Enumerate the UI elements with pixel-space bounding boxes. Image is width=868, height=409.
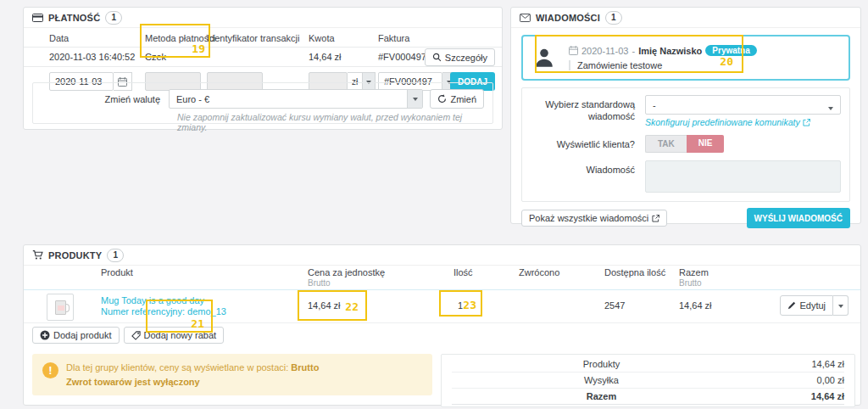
message-author: Imię Nazwisko xyxy=(638,46,702,56)
message-date: 2020-11-03 xyxy=(581,46,628,56)
totals-total-label: Razem xyxy=(452,391,751,401)
product-reference: Numer referencyjny: demo_13 xyxy=(101,306,226,317)
order-totals: Produkty 14,64 zł Wysyłka 0,00 zł Razem … xyxy=(441,354,855,407)
add-discount-label: Dodaj nowy rabat xyxy=(144,330,217,340)
product-thumbnail xyxy=(47,294,74,321)
refresh-icon xyxy=(437,94,447,104)
send-message-button[interactable]: WYŚLIJ WIADOMOŚĆ xyxy=(747,208,850,228)
change-currency-button[interactable]: Zmień xyxy=(430,89,484,109)
product-qty: 1 xyxy=(439,300,481,311)
payment-details-label: Szczegóły xyxy=(445,53,487,63)
payment-row-method: Czek xyxy=(145,52,166,62)
toggle-yes-button[interactable]: TAK xyxy=(645,135,687,153)
add-product-label: Dodaj produkt xyxy=(53,330,112,340)
totals-row-products: Produkty 14,64 zł xyxy=(452,356,844,373)
products-col-available: Dostępna ilość xyxy=(604,267,665,277)
totals-row-shipping: Wysyłka 0,00 zł xyxy=(452,373,844,389)
standard-message-select[interactable]: - xyxy=(645,95,841,115)
payment-table-row: 2020-11-03 16:40:52 Czek 14,64 zł #FV000… xyxy=(24,47,502,67)
change-currency-box: Zmień walutę Euro - € Zmień Nie zapomnij… xyxy=(32,82,493,124)
payment-col-method: Metoda płatności xyxy=(145,33,215,43)
order-page: PŁATNOŚĆ 1 Data Metoda płatności Identyf… xyxy=(0,0,868,409)
totals-products-label: Produkty xyxy=(452,359,751,369)
products-count-badge: 1 xyxy=(107,249,124,262)
payment-col-date: Data xyxy=(49,33,69,43)
products-panel-header: PRODUKTY 1 xyxy=(24,245,860,266)
payment-count-badge: 1 xyxy=(105,11,122,25)
messages-panel-title: WIADOMOŚCI xyxy=(536,13,600,23)
products-col-qty: Ilość xyxy=(453,267,473,277)
edit-dropdown-button[interactable] xyxy=(833,295,849,316)
external-link-icon xyxy=(803,119,810,126)
currency-note: Nie zapomnij zaktualizować kursu wymiany… xyxy=(177,112,484,132)
messages-panel: WIADOMOŚCI 1 2020-11-03 - Imię Nazwisko … xyxy=(510,7,861,224)
warning-line1-bold: Brutto xyxy=(291,362,319,373)
external-link-icon xyxy=(652,215,659,222)
person-icon xyxy=(533,47,555,69)
products-col-unit-price-sub: Brutto xyxy=(308,278,331,288)
product-total: 14,64 zł xyxy=(679,300,712,311)
product-unit-price: 14,64 zł xyxy=(308,300,341,311)
edit-product-label: Edytuj xyxy=(799,300,826,311)
search-icon xyxy=(432,53,442,62)
message-textarea-label: Wiadomość xyxy=(531,160,645,194)
standard-message-value: - xyxy=(653,100,656,110)
products-col-total: Razem xyxy=(679,267,709,277)
message-textarea[interactable] xyxy=(645,160,841,193)
toggle-no-button[interactable]: NIE xyxy=(687,135,725,153)
display-to-customer-label: Wyświetlić klienta? xyxy=(531,135,645,153)
envelope-icon xyxy=(520,14,531,22)
product-available: 2547 xyxy=(604,300,625,311)
totals-shipping-label: Wysyłka xyxy=(452,375,751,385)
message-text: Zamówienie testowe xyxy=(569,60,757,70)
warning-line2: Zwrot towarów jest wyłączony xyxy=(66,377,200,387)
message-dash: - xyxy=(632,46,635,56)
products-panel: PRODUKTY 1 Produkt Cena za jednostkę Bru… xyxy=(23,244,861,406)
products-panel-title: PRODUKTY xyxy=(48,250,102,261)
show-all-messages-label: Pokaż wszystkie wiadomości xyxy=(529,213,648,223)
edit-product-button[interactable]: Edytuj xyxy=(780,295,833,316)
payment-row-invoice: #FV000497 xyxy=(378,52,426,62)
plus-circle-icon xyxy=(40,330,50,340)
credit-card-icon xyxy=(32,14,43,22)
payment-row-date: 2020-11-03 16:40:52 xyxy=(49,52,135,62)
change-currency-button-label: Zmień xyxy=(450,94,476,104)
message-form: Wybierz standardową wiadomość - Skonfigu… xyxy=(521,87,850,202)
payment-panel-header: PŁATNOŚĆ 1 xyxy=(24,8,502,28)
payment-col-transaction: Identyfikator transakcji xyxy=(207,33,299,43)
show-all-messages-button[interactable]: Pokaż wszystkie wiadomości xyxy=(521,210,667,227)
calendar-icon xyxy=(569,46,578,55)
configure-messages-label: Skonfiguruj predefiniowane komunikaty xyxy=(645,117,800,127)
products-col-total-sub: Brutto xyxy=(679,278,702,288)
chevron-down-icon xyxy=(407,90,422,108)
products-actions: Dodaj produkt Dodaj nowy rabat xyxy=(32,327,224,344)
payment-col-amount: Kwota xyxy=(309,33,335,43)
product-name-link[interactable]: Mug Today is a good day xyxy=(101,295,204,305)
totals-row-total: Razem 14,64 zł xyxy=(452,389,844,405)
warning-icon xyxy=(42,362,58,378)
messages-footer: Pokaż wszystkie wiadomości WYŚLIJ WIADOM… xyxy=(521,208,850,228)
currency-select-value: Euro - € xyxy=(176,94,209,104)
products-col-unit-price: Cena za jednostkę xyxy=(308,267,385,277)
payment-details-button[interactable]: Szczegóły xyxy=(425,48,495,66)
totals-products-value: 14,64 zł xyxy=(751,359,844,369)
add-discount-button[interactable]: Dodaj nowy rabat xyxy=(124,327,225,344)
payment-col-invoice: Faktura xyxy=(378,33,409,43)
chevron-down-icon xyxy=(828,107,833,113)
currency-select[interactable]: Euro - € xyxy=(169,89,423,109)
change-currency-label: Zmień walutę xyxy=(42,94,169,104)
pencil-icon xyxy=(787,301,796,310)
product-row: Mug Today is a good day Numer referencyj… xyxy=(24,289,860,323)
private-badge: Prywatna xyxy=(705,45,756,56)
configure-messages-link[interactable]: Skonfiguruj predefiniowane komunikaty xyxy=(645,117,810,127)
standard-message-label: Wybierz standardową wiadomość xyxy=(531,95,645,127)
tag-icon xyxy=(131,331,141,340)
cart-icon xyxy=(32,249,43,261)
price-display-warning: Dla tej grupy klientów, ceny są wyświetl… xyxy=(32,354,432,395)
totals-total-value: 14,64 zł xyxy=(751,391,844,401)
add-product-button[interactable]: Dodaj produkt xyxy=(32,327,120,344)
products-col-returned: Zwrócono xyxy=(519,267,559,277)
products-col-product: Produkt xyxy=(101,267,133,277)
message-card: 2020-11-03 - Imię Nazwisko Prywatna Zamó… xyxy=(521,35,850,81)
display-to-customer-toggle: TAK NIE xyxy=(645,135,724,153)
